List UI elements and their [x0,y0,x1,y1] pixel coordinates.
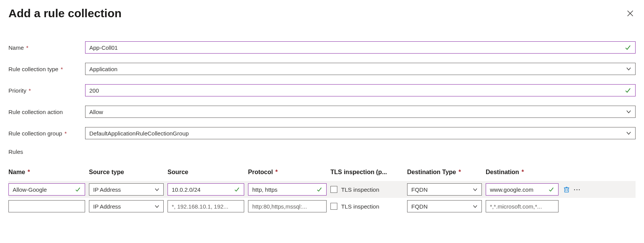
chevron-down-icon [626,130,631,136]
field-name: Name * App-Coll01 [8,41,636,54]
rule-destination-type-select[interactable]: FQDN [407,200,482,212]
action-select[interactable]: Allow [85,106,636,118]
field-group: Rule collection group * DefaultApplicati… [8,127,636,139]
rule-tls-checkbox[interactable]: TLS inspection [330,203,379,210]
rule-protocol-input[interactable]: http, https [248,183,327,196]
action-label: Rule collection action [8,109,85,115]
checkmark-icon [316,186,322,192]
group-select[interactable]: DefaultApplicationRuleCollectionGroup [85,127,636,139]
column-tls: TLS inspection (p... [330,169,407,176]
checkmark-icon [234,186,240,192]
field-type: Rule collection type * Application [8,63,636,75]
checkbox-icon [330,186,337,193]
svg-rect-2 [565,188,568,192]
rule-source-type-select[interactable]: IP Address [89,200,164,212]
rule-source-input[interactable]: *, 192.168.10.1, 192... [168,200,244,212]
field-action: Rule collection action Allow [8,106,636,118]
required-marker: * [26,44,28,51]
rule-row: Allow-Google IP Address 10.0.2.0/24 [8,181,636,198]
checkmark-icon [75,186,81,192]
checkmark-icon [624,87,631,94]
rule-row: IP Address *, 192.168.10.1, 192... http:… [8,198,636,215]
more-actions-button[interactable]: ··· [573,185,582,194]
close-button[interactable] [625,8,636,19]
chevron-down-icon [473,187,478,192]
required-marker: * [61,66,63,72]
ellipsis-icon: ··· [574,186,581,193]
close-icon [626,10,634,17]
form: Name * App-Coll01 Rule collection type * [8,41,636,215]
priority-label: Priority * [8,87,85,94]
rule-name-input[interactable]: Allow-Google [8,183,85,196]
rules-section-label: Rules [8,148,636,155]
name-input[interactable]: App-Coll01 [85,41,636,54]
field-priority: Priority * 200 [8,84,636,96]
chevron-down-icon [626,66,631,72]
column-source: Source [168,169,248,176]
rule-tls-checkbox[interactable]: TLS inspection [330,186,379,193]
checkmark-icon [548,186,554,192]
rule-source-type-select[interactable]: IP Address [89,183,164,196]
rule-name-input[interactable] [8,200,85,212]
type-select[interactable]: Application [85,63,636,75]
column-protocol: Protocol * [248,169,330,176]
trash-icon [563,186,570,193]
panel-title: Add a rule collection [8,7,122,20]
type-label: Rule collection type * [8,66,85,72]
column-source-type: Source type [89,169,168,176]
required-marker: * [64,130,67,137]
column-destination: Destination * [486,169,562,176]
rule-destination-input[interactable]: *,*.microsoft.com,*... [486,200,559,212]
rule-destination-input[interactable]: www.google.com [486,183,559,196]
rule-protocol-input[interactable]: http:80,https,mssql:... [248,200,327,212]
add-rule-collection-panel: Add a rule collection Name * App-Coll01 [0,0,644,223]
column-name: Name * [8,169,89,176]
chevron-down-icon [473,204,478,209]
checkbox-icon [330,203,337,210]
chevron-down-icon [154,204,159,209]
rule-destination-type-select[interactable]: FQDN [407,183,482,196]
rule-source-input[interactable]: 10.0.2.0/24 [168,183,244,196]
name-label: Name * [8,44,85,51]
required-marker: * [29,87,31,94]
priority-input[interactable]: 200 [85,84,636,96]
checkmark-icon [624,44,631,51]
chevron-down-icon [626,109,631,114]
delete-rule-button[interactable] [562,185,571,194]
column-destination-type: Destination Type * [407,169,486,176]
chevron-down-icon [154,187,159,192]
panel-header: Add a rule collection [8,7,636,20]
group-label: Rule collection group * [8,130,85,137]
rules-table-header: Name * Source type Source Protocol * TLS… [8,169,636,176]
